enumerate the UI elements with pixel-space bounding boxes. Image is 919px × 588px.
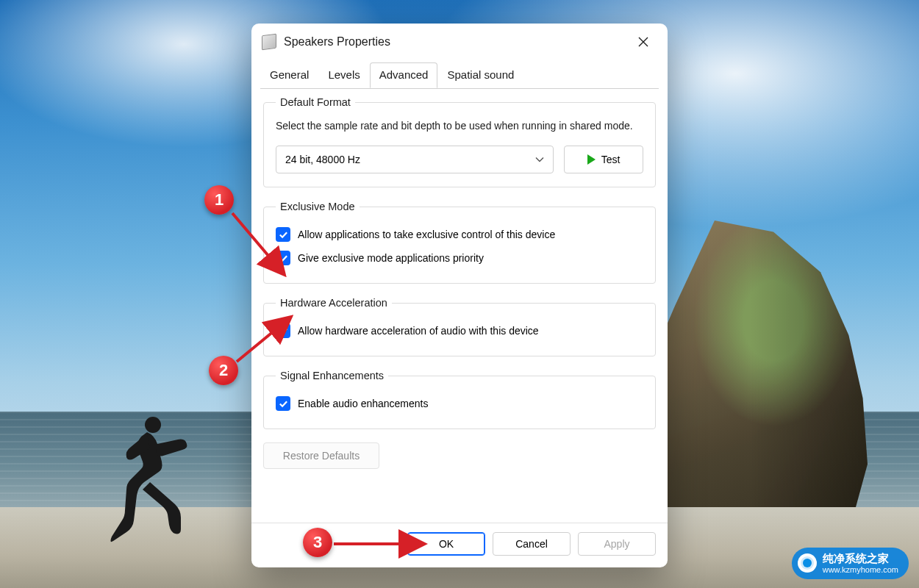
default-format-description: Select the sample rate and bit depth to … <box>276 118 643 134</box>
speaker-icon <box>262 35 276 49</box>
chevron-down-icon <box>535 155 544 164</box>
apply-button[interactable]: Apply <box>578 532 656 556</box>
annotation-arrow-3 <box>332 537 428 551</box>
cancel-button-label: Cancel <box>515 538 548 550</box>
signal-enhancements-group: Signal Enhancements Enable audio enhance… <box>263 370 656 429</box>
svg-line-1 <box>232 213 281 270</box>
allow-hw-accel-label: Allow hardware acceleration of audio wit… <box>298 325 539 337</box>
annotation-step-3: 3 <box>303 528 332 557</box>
default-format-legend: Default Format <box>276 96 355 108</box>
close-button[interactable] <box>629 31 657 53</box>
titlebar: Speakers Properties <box>251 24 668 57</box>
annotation-step-1: 1 <box>204 185 234 215</box>
watermark-logo-icon <box>798 553 817 573</box>
check-icon <box>279 399 288 409</box>
tab-strip: General Levels Advanced Spatial sound <box>251 62 668 88</box>
enable-enhancements-label: Enable audio enhancements <box>298 398 428 409</box>
speakers-properties-dialog: Speakers Properties General Levels Advan… <box>251 24 668 567</box>
allow-exclusive-label: Allow applications to take exclusive con… <box>298 229 555 240</box>
watermark-title: 纯净系统之家 <box>823 552 898 565</box>
enable-enhancements-checkbox[interactable] <box>276 396 290 411</box>
tab-panel-advanced: Default Format Select the sample rate an… <box>251 89 668 523</box>
test-button-label: Test <box>601 154 621 165</box>
signal-enhancements-legend: Signal Enhancements <box>276 370 388 381</box>
watermark-badge: 纯净系统之家 www.kzmyhome.com <box>792 548 909 579</box>
exclusive-mode-group: Exclusive Mode Allow applications to tak… <box>263 201 656 284</box>
play-icon <box>587 154 596 165</box>
tab-general[interactable]: General <box>260 62 318 88</box>
cancel-button[interactable]: Cancel <box>493 532 571 556</box>
ok-button-label: OK <box>439 538 454 550</box>
tab-advanced[interactable]: Advanced <box>370 62 438 88</box>
annotation-arrow-1 <box>228 209 294 282</box>
sample-format-select[interactable]: 24 bit, 48000 Hz <box>276 146 554 173</box>
tab-spatial-sound[interactable]: Spatial sound <box>437 62 523 88</box>
close-icon <box>638 37 648 47</box>
restore-defaults-label: Restore Defaults <box>283 450 360 462</box>
sample-format-value: 24 bit, 48000 Hz <box>285 154 360 165</box>
exclusive-priority-label: Give exclusive mode applications priorit… <box>298 252 484 264</box>
annotation-step-2: 2 <box>209 356 238 385</box>
restore-defaults-button[interactable]: Restore Defaults <box>263 442 379 469</box>
watermark-url: www.kzmyhome.com <box>823 565 898 575</box>
test-button[interactable]: Test <box>564 146 643 173</box>
annotation-arrow-2 <box>232 316 298 366</box>
runner-silhouette <box>103 412 199 544</box>
window-title: Speakers Properties <box>284 35 390 49</box>
hardware-acceleration-legend: Hardware Acceleration <box>276 297 392 309</box>
tab-levels[interactable]: Levels <box>318 62 369 88</box>
apply-button-label: Apply <box>604 538 629 550</box>
default-format-group: Default Format Select the sample rate an… <box>263 96 656 187</box>
svg-point-0 <box>145 417 161 433</box>
hardware-acceleration-group: Hardware Acceleration Allow hardware acc… <box>263 297 656 356</box>
svg-line-2 <box>237 320 287 362</box>
